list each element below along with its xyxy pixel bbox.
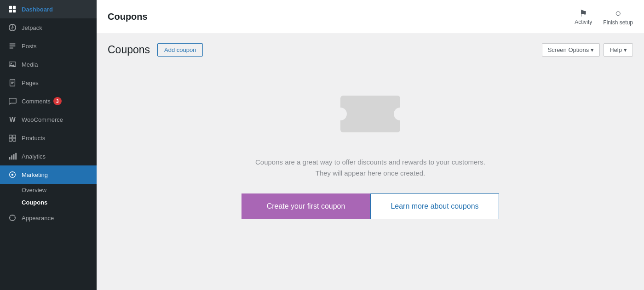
sidebar-item-comments[interactable]: Comments 3	[0, 92, 97, 110]
sidebar-item-label: Appearance	[22, 215, 54, 222]
svg-rect-13	[9, 157, 11, 159]
sidebar-item-posts[interactable]: Posts	[0, 37, 97, 55]
page-header: Coupons Add coupon Screen Options ▾ Help…	[108, 43, 633, 57]
svg-rect-10	[13, 135, 16, 138]
empty-state-description: Coupons are a great way to offer discoun…	[255, 157, 485, 179]
comments-badge: 3	[53, 97, 62, 105]
learn-more-button[interactable]: Learn more about coupons	[370, 193, 499, 219]
svg-point-20	[334, 108, 347, 120]
posts-icon	[7, 41, 17, 51]
media-icon	[7, 59, 17, 69]
page-title: Coupons	[108, 44, 150, 56]
sidebar-item-label: Comments	[22, 98, 51, 105]
marketing-icon	[7, 170, 17, 180]
sidebar-item-label: Media	[22, 61, 38, 68]
svg-rect-2	[9, 10, 12, 12]
sidebar-item-dashboard[interactable]: Dashboard	[0, 0, 97, 18]
screen-options-button[interactable]: Screen Options ▾	[542, 43, 600, 57]
woo-icon: W	[7, 114, 17, 125]
finish-setup-label: Finish setup	[603, 19, 633, 26]
sidebar-sub-item-coupons[interactable]: Coupons	[0, 196, 97, 209]
marketing-chevron	[94, 172, 97, 177]
page-header-left: Coupons Add coupon	[108, 43, 203, 57]
sidebar-item-products[interactable]: Products	[0, 129, 97, 147]
svg-rect-8	[10, 80, 15, 86]
create-coupon-button[interactable]: Create your first coupon	[242, 193, 370, 219]
sidebar-item-label: Products	[22, 135, 45, 142]
jetpack-icon	[7, 23, 17, 33]
activity-action[interactable]: ⚑ Activity	[575, 9, 592, 25]
finish-setup-action[interactable]: ○ Finish setup	[603, 8, 633, 26]
empty-state: Coupons are a great way to offer discoun…	[108, 66, 633, 247]
sidebar-item-marketing[interactable]: Marketing	[0, 165, 97, 184]
svg-rect-1	[13, 6, 16, 9]
sidebar-item-analytics[interactable]: Analytics	[0, 147, 97, 165]
svg-rect-9	[9, 135, 12, 138]
dashboard-icon	[7, 4, 17, 14]
svg-rect-15	[13, 154, 15, 160]
svg-rect-11	[9, 138, 12, 141]
activity-label: Activity	[575, 19, 592, 25]
sidebar-item-label: Pages	[22, 80, 39, 86]
products-icon	[7, 133, 17, 143]
svg-point-7	[11, 63, 12, 64]
sidebar-item-label: Dashboard	[22, 6, 53, 13]
chevron-down-icon: ▾	[624, 46, 627, 53]
sidebar-item-woocommerce[interactable]: W WooCommerce	[0, 110, 97, 129]
circle-icon: ○	[615, 8, 621, 18]
svg-marker-5	[11, 25, 13, 31]
main-content: Coupons ⚑ Activity ○ Finish setup Coupon…	[97, 0, 644, 290]
sidebar: Dashboard Jetpack Posts Media Pages Comm…	[0, 0, 97, 290]
sidebar-item-label: Posts	[22, 43, 37, 50]
add-coupon-button[interactable]: Add coupon	[157, 43, 203, 57]
topbar-actions: ⚑ Activity ○ Finish setup	[575, 8, 633, 26]
svg-point-21	[394, 108, 407, 120]
sidebar-item-jetpack[interactable]: Jetpack	[0, 18, 97, 37]
empty-state-actions: Create your first coupon Learn more abou…	[242, 193, 499, 219]
pages-icon	[7, 78, 17, 88]
page-content: Coupons Add coupon Screen Options ▾ Help…	[97, 34, 644, 290]
svg-point-18	[10, 215, 16, 221]
sidebar-item-label: Marketing	[22, 171, 48, 178]
help-button[interactable]: Help ▾	[604, 43, 633, 57]
svg-rect-0	[9, 6, 12, 9]
svg-rect-14	[11, 155, 12, 159]
sidebar-item-pages[interactable]: Pages	[0, 74, 97, 92]
comments-icon	[7, 96, 17, 106]
sidebar-item-label: Analytics	[22, 153, 46, 160]
page-header-right: Screen Options ▾ Help ▾	[542, 43, 633, 57]
svg-rect-16	[15, 153, 17, 159]
svg-rect-12	[13, 138, 16, 141]
sidebar-sub-item-overview[interactable]: Overview	[0, 184, 97, 196]
flag-icon: ⚑	[579, 9, 587, 18]
chevron-down-icon: ▾	[591, 46, 594, 53]
sidebar-item-label: Jetpack	[22, 24, 42, 31]
sidebar-item-appearance[interactable]: Appearance	[0, 209, 97, 227]
coupon-illustration	[334, 84, 407, 144]
svg-point-17	[12, 174, 14, 176]
svg-rect-3	[13, 10, 16, 12]
appearance-icon	[7, 213, 17, 223]
topbar: Coupons ⚑ Activity ○ Finish setup	[97, 0, 644, 34]
analytics-icon	[7, 151, 17, 161]
topbar-title: Coupons	[108, 11, 148, 22]
sidebar-item-label: WooCommerce	[22, 116, 63, 123]
svg-rect-22	[347, 96, 394, 132]
sidebar-item-media[interactable]: Media	[0, 55, 97, 74]
